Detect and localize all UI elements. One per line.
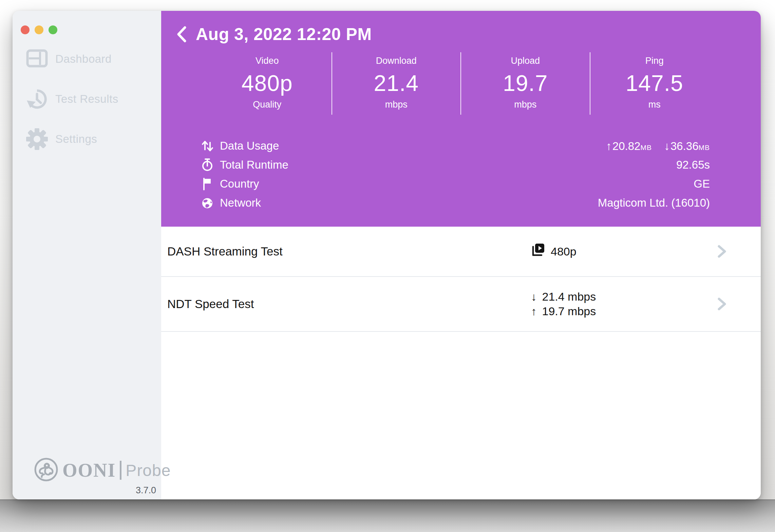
detail-label: Data Usage [220, 139, 279, 152]
brand-probe: Probe [126, 461, 171, 480]
sidebar-item-dashboard[interactable]: Dashboard [26, 48, 156, 70]
window-controls [21, 25, 57, 34]
data-usage-down-unit: MB [699, 144, 710, 152]
detail-row-total-runtime: Total Runtime 92.65s [201, 155, 710, 174]
test-row-dash-streaming[interactable]: DASH Streaming Test 480p [161, 227, 761, 277]
download-arrow-icon: ↓ [531, 289, 537, 304]
total-runtime-value: 92.65s [676, 158, 710, 171]
detail-row-network: Network Magticom Ltd. (16010) [201, 193, 710, 212]
stat-label: Ping [590, 56, 719, 66]
ooni-probe-logo: OONI Probe [34, 457, 171, 483]
data-usage-icon [201, 139, 214, 153]
stat-unit: ms [590, 99, 719, 110]
stat-label: Video [203, 56, 332, 66]
stat-value: 147.5 [590, 70, 719, 96]
stat-upload: Upload 19.7 mbps [460, 52, 590, 115]
stat-ping: Ping 147.5 ms [590, 52, 719, 115]
app-window: Dashboard Test Results [13, 11, 761, 499]
sidebar-nav: Dashboard Test Results [26, 48, 156, 168]
download-arrow-icon: ↓ [664, 139, 670, 153]
sidebar: Dashboard Test Results [13, 11, 161, 499]
brand-ooni: OONI [62, 459, 116, 481]
test-name: NDT Speed Test [167, 297, 531, 311]
stat-download: Download 21.4 mbps [332, 52, 461, 115]
stopwatch-icon [201, 158, 214, 172]
chevron-right-icon[interactable] [712, 296, 727, 312]
dashboard-icon [26, 48, 48, 70]
page-title: Aug 3, 2022 12:20 PM [196, 24, 372, 44]
stat-unit: Quality [203, 99, 332, 110]
flag-icon [201, 177, 214, 191]
ndt-download: 21.4 mbps [542, 289, 596, 304]
data-usage-down: 36.36 [670, 140, 699, 153]
close-window-button[interactable] [21, 25, 30, 34]
ndt-test-result: ↓ 21.4 mbps ↑ 19.7 mbps [531, 289, 712, 319]
back-button[interactable] [174, 25, 189, 44]
zoom-window-button[interactable] [49, 25, 57, 34]
stat-value: 19.7 [461, 70, 590, 96]
sidebar-item-label: Settings [55, 133, 97, 146]
test-row-ndt-speed[interactable]: NDT Speed Test ↓ 21.4 mbps ↑ 19.7 mbps [161, 277, 761, 332]
desktop-background-strip [0, 499, 775, 532]
sidebar-item-test-results[interactable]: Test Results [26, 88, 156, 110]
minimize-window-button[interactable] [35, 25, 43, 34]
header-bar: Aug 3, 2022 12:20 PM [161, 11, 761, 44]
summary-stats: Video 480p Quality Download 21.4 mbps Up… [203, 52, 719, 115]
sidebar-item-label: Dashboard [55, 53, 112, 65]
video-collection-play-icon [531, 243, 545, 260]
app-version: 3.7.0 [136, 485, 156, 496]
result-summary-header: Aug 3, 2022 12:20 PM Video 480p Quality … [161, 11, 761, 227]
upload-arrow-icon: ↑ [606, 139, 612, 153]
network-value: Magticom Ltd. (16010) [598, 196, 710, 209]
globe-icon [201, 196, 214, 210]
detail-row-data-usage: Data Usage ↑ 20.82 MB ↓ 36.36 MB [201, 136, 710, 155]
country-value: GE [694, 177, 710, 190]
ndt-upload: 19.7 mbps [542, 304, 596, 319]
stat-value: 480p [203, 70, 332, 96]
run-details: Data Usage ↑ 20.82 MB ↓ 36.36 MB [201, 136, 710, 212]
detail-label: Country [220, 177, 259, 190]
stat-unit: mbps [461, 99, 590, 110]
ooni-octopus-icon [34, 457, 58, 483]
detail-row-country: Country GE [201, 174, 710, 193]
stat-value: 21.4 [332, 70, 461, 96]
gear-icon [26, 128, 48, 150]
sidebar-item-settings[interactable]: Settings [26, 128, 156, 150]
test-name: DASH Streaming Test [167, 245, 531, 258]
dash-resolution: 480p [551, 245, 576, 258]
data-usage-up: 20.82 [612, 140, 641, 153]
data-usage-up-unit: MB [640, 144, 652, 152]
stat-label: Upload [461, 56, 590, 66]
stat-video: Video 480p Quality [203, 52, 332, 115]
brand-divider [120, 461, 121, 480]
stat-label: Download [332, 56, 461, 66]
detail-label: Total Runtime [220, 158, 288, 171]
chevron-right-icon[interactable] [712, 243, 727, 260]
main-content: Aug 3, 2022 12:20 PM Video 480p Quality … [161, 11, 761, 499]
upload-arrow-icon: ↑ [531, 304, 537, 319]
detail-label: Network [220, 196, 261, 209]
data-usage-value: ↑ 20.82 MB ↓ 36.36 MB [606, 139, 710, 153]
dash-test-result: 480p [531, 243, 712, 260]
history-icon [26, 88, 48, 110]
sidebar-item-label: Test Results [55, 93, 118, 106]
stat-unit: mbps [332, 99, 461, 110]
